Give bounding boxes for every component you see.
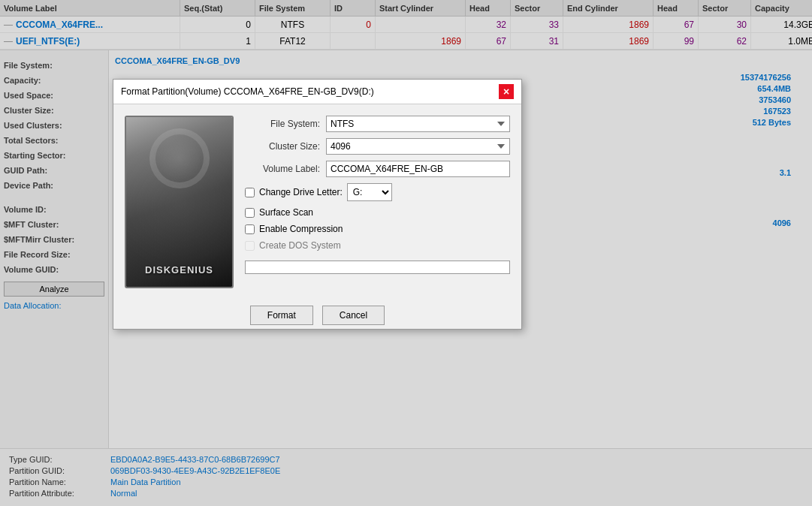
surface-scan-checkbox[interactable] (245, 208, 255, 218)
clustersize-label: Cluster Size: (245, 141, 320, 152)
volumelabel-label: Volume Label: (245, 164, 320, 174)
format-dialog: Format Partition(Volume) CCCOMA_X64FRE_E… (113, 79, 522, 330)
form-row-surfacescan: Surface Scan (245, 207, 510, 218)
modal-overlay: Format Partition(Volume) CCCOMA_X64FRE_E… (0, 0, 812, 506)
form-row-clustersize: Cluster Size: 512 1024 2048 4096 8192 16… (245, 138, 510, 155)
form-row-dossystem: Create DOS System (245, 240, 510, 251)
enable-compression-label: Enable Compression (259, 224, 343, 234)
surfacescan-row-inner: Surface Scan (245, 207, 510, 218)
change-drive-letter-checkbox[interactable] (245, 188, 255, 197)
disk-logo: DISKGENIUS (145, 264, 213, 276)
format-button[interactable]: Format (250, 306, 313, 325)
form-row-driveletter: Change Drive Letter: C: D: E: F: G: H: (245, 183, 510, 201)
driveletter-row-inner: Change Drive Letter: C: D: E: F: G: H: (245, 183, 510, 201)
disk-circle-decoration (149, 128, 210, 188)
cancel-button[interactable]: Cancel (322, 306, 385, 325)
dossystem-row-inner: Create DOS System (245, 240, 510, 251)
volumelabel-control-wrap (326, 161, 510, 177)
disk-image-inner: DISKGENIUS (126, 117, 232, 287)
dialog-buttons: Format Cancel (113, 306, 521, 329)
disk-image: DISKGENIUS (125, 116, 234, 288)
filesystem-label: File System: (245, 119, 320, 129)
volumelabel-input[interactable] (326, 161, 510, 177)
form-row-volumelabel: Volume Label: (245, 161, 510, 177)
dialog-close-button[interactable]: × (499, 84, 514, 99)
dialog-titlebar: Format Partition(Volume) CCCOMA_X64FRE_E… (113, 80, 521, 104)
clustersize-control-wrap: 512 1024 2048 4096 8192 16384 32768 6553… (326, 138, 510, 155)
compression-row-inner: Enable Compression (245, 224, 510, 234)
enable-compression-checkbox[interactable] (245, 224, 255, 234)
filesystem-select[interactable]: NTFS FAT32 FAT16 FAT12 exFAT (326, 116, 510, 132)
create-dos-checkbox[interactable] (245, 241, 255, 251)
form-row-filesystem: File System: NTFS FAT32 FAT16 FAT12 exFA… (245, 116, 510, 132)
dialog-form: File System: NTFS FAT32 FAT16 FAT12 exFA… (245, 116, 510, 288)
surface-scan-label: Surface Scan (259, 207, 313, 218)
change-drive-letter-label: Change Drive Letter: (259, 187, 343, 197)
progress-bar (245, 261, 510, 274)
drive-letter-select[interactable]: C: D: E: F: G: H: (347, 183, 392, 201)
create-dos-label: Create DOS System (259, 240, 341, 251)
dialog-body: DISKGENIUS File System: NTFS FAT32 FAT16… (113, 104, 521, 300)
form-row-compression: Enable Compression (245, 224, 510, 234)
clustersize-select[interactable]: 512 1024 2048 4096 8192 16384 32768 6553… (326, 138, 510, 155)
dialog-title: Format Partition(Volume) CCCOMA_X64FRE_E… (121, 86, 374, 97)
filesystem-control-wrap: NTFS FAT32 FAT16 FAT12 exFAT (326, 116, 510, 132)
